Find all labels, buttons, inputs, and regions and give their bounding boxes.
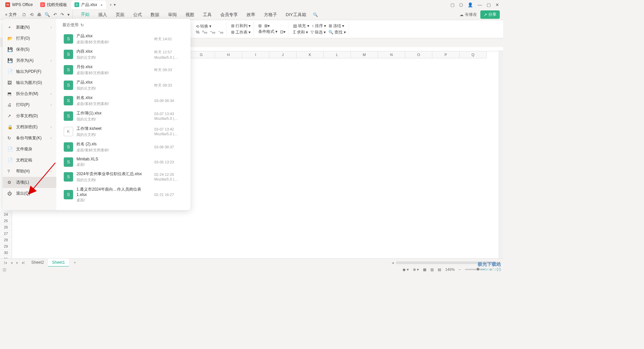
row-header[interactable]: 24	[0, 211, 12, 218]
menu-视图[interactable]: 视图	[181, 10, 198, 20]
menu-开始[interactable]: 开始	[77, 9, 94, 20]
column-header[interactable]: L	[324, 51, 351, 58]
recent-file-item[interactable]: K工作簿.ksheet我的云文档/03-07 13:42Mozilla/5.0 …	[62, 124, 189, 139]
column-header[interactable]: Q	[460, 51, 487, 58]
menu-DIY工具箱[interactable]: DIY工具箱	[282, 10, 310, 20]
view-page-icon[interactable]: ▥	[430, 267, 434, 272]
sheet-nav-prev[interactable]: ◂	[9, 261, 14, 264]
more-icon[interactable]: ▾	[67, 12, 70, 17]
file-menu-item[interactable]: ?帮助(H)›	[3, 166, 56, 177]
recent-file-item[interactable]: S月份.xlsx桌面/素材/文档素材/昨天 08:33	[62, 62, 189, 78]
column-header[interactable]: J	[269, 51, 297, 58]
recent-file-item[interactable]: S2024年贵州事业单位职位表汇总.xlsx我的云文档/02-24 12:20M…	[62, 169, 189, 185]
recent-file-item[interactable]: S内容.xlsx我的云文档/昨天 12:57Mozilla/5.0 (…	[62, 47, 189, 62]
file-menu-item[interactable]: ⏻退出(Q)	[3, 188, 56, 199]
menu-审阅[interactable]: 审阅	[164, 10, 181, 20]
status-indicator[interactable]: ◫	[3, 267, 6, 272]
menu-公式[interactable]: 公式	[129, 10, 146, 20]
worksheet-button[interactable]: ⊞ 工作表 ▾	[231, 30, 251, 35]
save-icon[interactable]: 🗋	[22, 12, 26, 17]
vertical-scrollbar[interactable]	[498, 50, 503, 260]
file-menu-item[interactable]: ↻备份与恢复(K)›	[3, 133, 56, 144]
view-eye-icon[interactable]: ◉ ▾	[402, 267, 409, 272]
menu-数据[interactable]: 数据	[147, 10, 163, 20]
freeze-button[interactable]: ⊞ 冻结 ▾	[329, 23, 344, 29]
minimize-icon[interactable]: —	[478, 2, 482, 7]
recent-file-item[interactable]: S姓名 (2).xls桌面/素材/文档素材/03-06 08:37	[62, 139, 189, 155]
sum-button[interactable]: Σ 求和 ▾	[293, 30, 308, 35]
file-menu-button[interactable]: ≡文件	[3, 10, 19, 19]
rowcol-button[interactable]: ⊞ 行和列 ▾	[231, 23, 251, 29]
find-button[interactable]: 🔍 查找 ▾	[328, 30, 345, 35]
column-header[interactable]: K	[297, 51, 324, 58]
sheet-nav-last[interactable]: ▸|	[21, 261, 26, 264]
menu-插入[interactable]: 插入	[94, 10, 111, 20]
restore-icon[interactable]: ▢	[450, 2, 454, 7]
recent-file-item[interactable]: SMinitab.XLS桌面/03-05 13:23	[62, 155, 189, 169]
sync-icon[interactable]: ⟲	[30, 12, 34, 17]
row-header[interactable]: 25	[0, 218, 12, 224]
column-header[interactable]: P	[432, 51, 460, 58]
scroll-left-icon[interactable]: ◂	[392, 260, 394, 265]
percent-button[interactable]: %	[196, 30, 200, 35]
filter-button[interactable]: ▽ 筛选 ▾	[311, 30, 326, 35]
refresh-icon[interactable]: ↻	[80, 23, 84, 28]
app-tab[interactable]: S产品.xlsx●	[71, 1, 106, 9]
convert-button[interactable]: ⟲ 转换 ▾	[196, 23, 211, 29]
search-menu-icon[interactable]: 🔍	[310, 10, 321, 19]
zoom-level[interactable]: 145%	[445, 267, 454, 271]
add-sheet-button[interactable]: ＋	[70, 258, 79, 267]
redo-icon[interactable]: ↷	[60, 12, 64, 17]
modify-status[interactable]: ☁ 有修改	[460, 12, 477, 17]
view-normal-icon[interactable]: ▦	[423, 267, 426, 272]
app-tab[interactable]: D找稻壳模板	[37, 1, 70, 9]
row-header[interactable]: 26	[0, 224, 12, 231]
fill-button[interactable]: ▤ 填充 ▾	[293, 23, 309, 29]
sheet-tab[interactable]: Sheet2	[27, 259, 48, 267]
file-menu-item[interactable]: 🔒文档加密(E)›	[3, 121, 56, 133]
column-header[interactable]: I	[242, 51, 269, 58]
file-menu-item[interactable]: ⬒拆分合并(M)›	[3, 88, 56, 99]
new-tab-button[interactable]: ＋ ▾	[106, 1, 118, 9]
maximize-icon[interactable]: ▢	[487, 2, 491, 7]
recent-file-item[interactable]: S产品.xlsx桌面/素材/文档素材/昨天 14:01	[62, 31, 189, 47]
condformat-button[interactable]: 条件格式 ▾	[258, 29, 277, 35]
column-header[interactable]: N	[378, 51, 405, 58]
row-header[interactable]: 29	[0, 243, 12, 250]
row-header[interactable]: 28	[0, 237, 12, 243]
user-icon[interactable]: 👤	[468, 2, 473, 7]
sort-button[interactable]: ↕ 排序 ▾	[312, 23, 326, 29]
view-break-icon[interactable]: ▤	[438, 267, 441, 272]
share-button[interactable]: ↗ 分享	[480, 10, 500, 19]
app-tab[interactable]: WWPS Office	[2, 1, 36, 8]
close-icon[interactable]: ✕	[495, 2, 499, 7]
row-header[interactable]: 27	[0, 231, 12, 237]
row-header[interactable]: 30	[0, 250, 12, 256]
sheet-nav-first[interactable]: |◂	[3, 261, 8, 264]
recent-file-item[interactable]: S1.遵义市2024年面向…工作人员岗位表.xlsx桌面/02-21 16:25	[62, 205, 189, 206]
menu-工具[interactable]: 工具	[199, 10, 216, 20]
preview-icon[interactable]: 🔍	[45, 12, 50, 17]
column-header[interactable]: M	[351, 51, 378, 58]
menu-方格子[interactable]: 方格子	[260, 10, 281, 20]
recent-file-item[interactable]: S产品.xlsx我的云文档/昨天 08:33	[62, 78, 189, 93]
column-header[interactable]: G	[188, 51, 215, 58]
recent-file-item[interactable]: S姓名.xlsx桌面/素材/文档素材/03-09 08:34	[62, 93, 189, 108]
recent-file-item[interactable]: S工作簿(1).xlsx我的云文档/03-07 13:43Mozilla/5.0…	[62, 108, 189, 124]
undo-icon[interactable]: ↶	[53, 12, 57, 17]
zoom-out-button[interactable]: −	[459, 267, 461, 271]
column-header[interactable]: H	[215, 51, 242, 58]
file-menu-item[interactable]: 💾保存(S)	[3, 44, 56, 55]
file-menu-item[interactable]: ⚙选项(L)	[3, 177, 56, 188]
sheet-nav-next[interactable]: ▸	[15, 261, 19, 264]
menu-会员专享[interactable]: 会员专享	[216, 10, 242, 20]
package-icon[interactable]: ⬡	[459, 2, 463, 7]
file-menu-item[interactable]: 📄输出为PDF(F)	[3, 66, 56, 77]
file-menu-item[interactable]: 📂打开(O)	[3, 33, 56, 44]
view-grid-icon[interactable]: ⊕ ▾	[413, 267, 419, 272]
file-menu-item[interactable]: ＋新建(N)›	[3, 21, 56, 33]
column-header[interactable]: O	[405, 51, 432, 58]
print-icon[interactable]: 🖶	[37, 12, 41, 17]
file-menu-item[interactable]: 🖼输出为图片(G)	[3, 77, 56, 88]
sheet-tab[interactable]: Sheet1	[48, 259, 69, 267]
